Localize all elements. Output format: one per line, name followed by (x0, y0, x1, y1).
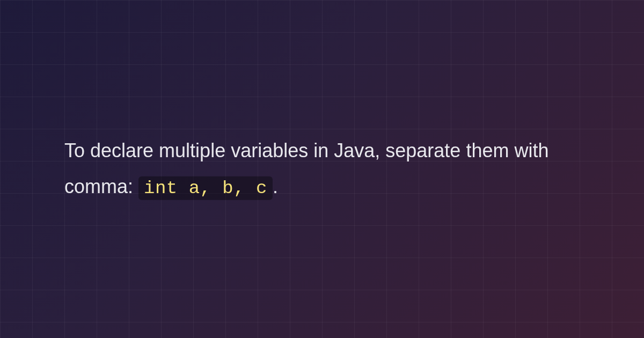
text-after-code: . (273, 175, 278, 197)
explanation-text: To declare multiple variables in Java, s… (64, 133, 580, 205)
code-snippet: int a, b, c (138, 176, 273, 200)
text-before-code: To declare multiple variables in Java, s… (64, 139, 548, 197)
